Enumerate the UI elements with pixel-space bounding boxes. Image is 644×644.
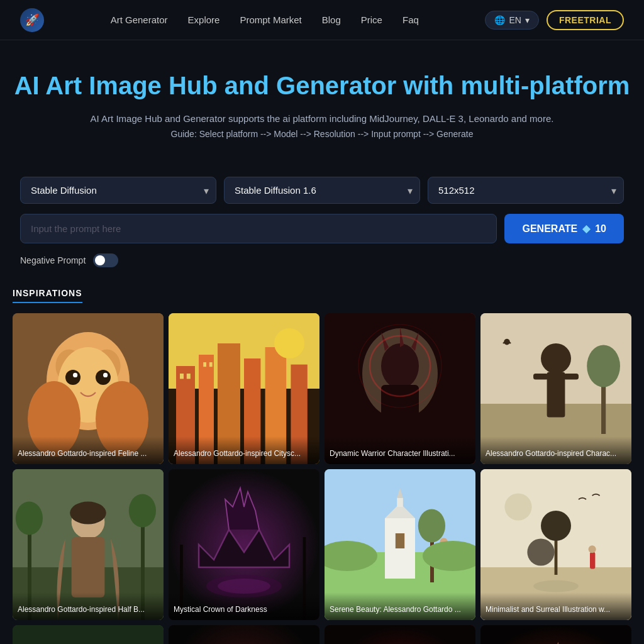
svg-rect-42 — [72, 537, 105, 597]
inspiration-caption: Serene Beauty: Alessandro Gottardo ... — [325, 592, 475, 620]
negative-prompt-row: Negative Prompt — [8, 253, 636, 267]
svg-rect-88 — [169, 625, 319, 644]
svg-rect-71 — [590, 552, 595, 569]
inspiration-caption: Alessandro Gottardo-inspired Half B... — [13, 592, 164, 620]
negative-prompt-toggle[interactable] — [93, 253, 118, 267]
inspirations-section: INSPIRATIONS Ale — [0, 287, 644, 644]
list-item[interactable]: Alessandro Gottardo-inspired Feline ... — [13, 313, 164, 464]
svg-point-70 — [533, 580, 579, 592]
inspirations-title: INSPIRATIONS — [13, 288, 82, 303]
list-item[interactable]: Mystical Crown of Darkness — [169, 469, 319, 620]
free-trial-button[interactable]: FREETRIAL — [547, 10, 624, 30]
list-item[interactable]: Minimalist and Surreal Illustration w... — [480, 469, 631, 620]
list-item[interactable]: Alessandro Gottardo-inspired Citysc... — [169, 313, 319, 464]
svg-rect-57 — [396, 533, 404, 548]
svg-rect-19 — [180, 374, 184, 379]
svg-rect-20 — [187, 374, 191, 379]
prompt-row: GENERATE ◆ 10 — [8, 214, 636, 243]
list-item[interactable]: Demonic Crown in the Style of Aless... — [325, 625, 475, 644]
svg-point-43 — [70, 502, 106, 525]
inspiration-caption: Dynamic Warrior Character Illustrati... — [325, 436, 475, 464]
resolution-select-wrap: 512x512 768x768 644x644 — [428, 177, 624, 204]
svg-rect-33 — [547, 372, 565, 418]
svg-point-50 — [218, 579, 270, 594]
hero-title: AI Art Image Hub and Generator with mult… — [13, 70, 631, 101]
svg-point-37 — [587, 345, 620, 387]
chevron-down-icon: ▾ — [525, 15, 530, 25]
globe-icon: 🌐 — [494, 15, 505, 25]
nav-right: 🌐 EN ▾ FREETRIAL — [485, 10, 624, 30]
nav-links: Art Generator Explore Prompt Market Blog… — [111, 14, 419, 26]
svg-rect-100 — [480, 625, 631, 644]
svg-point-26 — [381, 343, 419, 389]
svg-rect-96 — [325, 625, 475, 644]
svg-point-5 — [65, 370, 80, 385]
svg-point-7 — [73, 373, 77, 377]
list-item[interactable]: Alessandro Gottardo-inspired Half B... — [13, 469, 164, 620]
inspiration-image — [325, 625, 475, 644]
nav-explore[interactable]: Explore — [188, 14, 220, 25]
inspiration-caption: Mystical Crown of Darkness — [169, 592, 319, 620]
svg-point-6 — [96, 370, 111, 385]
svg-rect-21 — [203, 362, 206, 367]
nav-price[interactable]: Price — [361, 14, 382, 25]
language-label: EN — [509, 15, 521, 25]
language-selector[interactable]: 🌐 EN ▾ — [485, 11, 538, 30]
list-item[interactable]: Dynamic Warrior Character Illustrati... — [325, 313, 475, 464]
svg-point-47 — [129, 494, 156, 528]
svg-rect-75 — [13, 625, 164, 644]
logo[interactable]: 🚀 — [20, 8, 44, 32]
navbar: 🚀 Art Generator Explore Prompt Market Bl… — [0, 0, 644, 40]
generate-button[interactable]: GENERATE ◆ 10 — [504, 214, 624, 243]
svg-point-23 — [274, 328, 304, 358]
nav-faq[interactable]: Faq — [402, 14, 419, 25]
platform-select[interactable]: Stable Diffusion MidJourney DALL-E 3 Leo… — [20, 177, 216, 204]
hero-section: AI Art Image Hub and Generator with mult… — [0, 40, 644, 177]
generate-count: 10 — [595, 223, 606, 235]
svg-rect-36 — [601, 381, 606, 434]
negative-prompt-label: Negative Prompt — [20, 255, 86, 265]
prompt-input[interactable] — [20, 214, 497, 243]
svg-rect-22 — [209, 362, 213, 367]
list-item[interactable]: Demonic Crown in Alessandro Allori... — [480, 625, 631, 644]
list-item[interactable]: Serene Beauty: Alessandro Gottardo ... — [325, 469, 475, 620]
platform-select-wrap: Stable Diffusion MidJourney DALL-E 3 Leo… — [20, 177, 216, 204]
svg-point-45 — [16, 502, 43, 535]
inspiration-caption: Alessandro Gottardo-inspired Citysc... — [169, 436, 319, 464]
svg-point-69 — [541, 511, 571, 541]
model-select-wrap: Stable Diffusion 1.6 Stable Diffusion 2.… — [224, 177, 420, 204]
svg-point-74 — [527, 538, 554, 565]
svg-rect-58 — [397, 498, 403, 507]
nav-prompt-market[interactable]: Prompt Market — [240, 14, 301, 25]
svg-point-61 — [418, 509, 445, 543]
svg-point-72 — [589, 545, 596, 553]
svg-rect-34 — [533, 374, 548, 380]
inspiration-caption: Alessandro Gottardo-inspired Feline ... — [13, 436, 164, 464]
nav-blog[interactable]: Blog — [322, 14, 341, 25]
list-item[interactable]: Alessandro Gottardo-inspired Charac... — [480, 313, 631, 464]
svg-point-8 — [103, 373, 108, 377]
inspiration-caption: Alessandro Gottardo-inspired Charac... — [480, 436, 631, 464]
list-item[interactable]: Alessandro Gottardo-inspired Lotus ... — [13, 625, 164, 644]
nav-art-generator[interactable]: Art Generator — [111, 14, 168, 25]
hero-subtitle: AI Art Image Hub and Generator supports … — [13, 113, 631, 124]
logo-icon: 🚀 — [20, 8, 44, 32]
list-item[interactable]: Dark Majesty: A Crown Inspired by ... — [169, 625, 319, 644]
svg-rect-68 — [555, 537, 558, 575]
svg-rect-35 — [564, 374, 579, 380]
svg-point-38 — [504, 339, 510, 345]
inspiration-image — [480, 625, 631, 644]
hero-guide: Guide: Select platform --> Model --> Res… — [13, 129, 631, 139]
diamond-icon: ◆ — [582, 223, 590, 235]
model-select[interactable]: Stable Diffusion 1.6 Stable Diffusion 2.… — [224, 177, 420, 204]
resolution-select[interactable]: 512x512 768x768 644x644 — [428, 177, 624, 204]
inspiration-image — [169, 625, 319, 644]
controls-row: Stable Diffusion MidJourney DALL-E 3 Leo… — [8, 177, 636, 204]
image-grid: Alessandro Gottardo-inspired Feline ... — [13, 313, 631, 644]
svg-point-73 — [504, 493, 531, 520]
inspiration-caption: Minimalist and Surreal Illustration w... — [480, 592, 631, 620]
svg-point-32 — [541, 343, 571, 374]
inspiration-image — [13, 625, 164, 644]
generate-label: GENERATE — [522, 223, 577, 235]
